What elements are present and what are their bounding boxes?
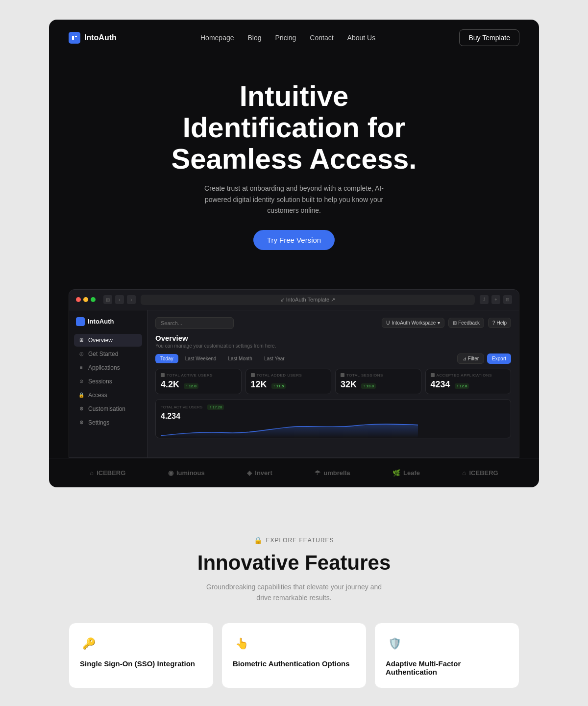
stat-value-applications: 4234 ↑ 12.8 — [431, 379, 506, 390]
action-share: ⤴ — [480, 295, 489, 304]
chart-value: 4.234 — [161, 412, 506, 421]
nav-logo: IntoAuth — [69, 32, 117, 44]
filter-last-weekend[interactable]: Last Weekend — [180, 354, 221, 363]
buy-template-button[interactable]: Buy Template — [459, 29, 519, 46]
action-add: + — [491, 295, 500, 304]
features-subtitle: Groundbreaking capabilities that elevate… — [206, 581, 382, 604]
app-header-bar: U IntoAuth Workspace ▾ ⊞ Feedback ? Help — [155, 317, 511, 329]
svg-rect-0 — [69, 32, 80, 44]
sessions-icon: ⊙ — [78, 378, 85, 385]
chart-badge: ↑ 17.28 — [207, 404, 224, 410]
filter-today[interactable]: Today — [155, 354, 178, 363]
brand-label-iceberg-1: ICEBERG — [97, 469, 125, 477]
brand-invert: ◈ Invert — [247, 469, 272, 477]
brands-bar: ⌂ ICEBERG ◉ luminous ◈ Invert ☂ umbrella… — [49, 458, 539, 487]
sidebar-label-applications: Applications — [88, 364, 120, 371]
customisation-icon: ⚙ — [78, 405, 85, 412]
logo-text: IntoAuth — [84, 33, 117, 42]
stat-card-applications: ACCEPTED APPLICATIONS 4234 ↑ 12.8 — [425, 369, 512, 394]
feedback-icon: ⊞ — [453, 320, 457, 326]
page-wrapper: IntoAuth Homepage Blog Pricing Contact A… — [49, 20, 539, 706]
hero-content: Intuitive Identification for Seamless Ac… — [49, 56, 539, 289]
hero-section: IntoAuth Homepage Blog Pricing Contact A… — [49, 20, 539, 487]
overview-subtitle: You can manage your customization settin… — [155, 343, 511, 349]
stat-icon-sessions — [341, 373, 344, 377]
sidebar-item-access[interactable]: 🔒 Access — [74, 389, 142, 402]
app-header-actions: U IntoAuth Workspace ▾ ⊞ Feedback ? Help — [382, 318, 511, 328]
brand-icon-iceberg-2: ⌂ — [463, 469, 466, 477]
brand-iceberg-2: ⌂ ICEBERG — [463, 469, 498, 477]
biometric-title: Biometric Authentication Options — [233, 659, 355, 668]
nav-link-blog[interactable]: Blog — [248, 34, 262, 42]
navbar: IntoAuth Homepage Blog Pricing Contact A… — [49, 20, 539, 56]
brand-label-iceberg-2: ICEBERG — [469, 469, 498, 477]
filter-last-month[interactable]: Last Month — [223, 354, 257, 363]
sidebar-label-get-started: Get Started — [88, 351, 118, 357]
sidebar-item-get-started[interactable]: ◎ Get Started — [74, 348, 142, 360]
sidebar-label-sessions: Sessions — [88, 378, 112, 385]
help-button[interactable]: ? Help — [488, 318, 511, 328]
try-free-button[interactable]: Try Free Version — [253, 230, 335, 250]
dot-yellow — [83, 297, 88, 302]
ctrl-grid: ⊞ — [103, 295, 112, 304]
feedback-label: Feedback — [458, 320, 480, 326]
app-search-input[interactable] — [155, 317, 234, 329]
sidebar-item-sessions[interactable]: ⊙ Sessions — [74, 375, 142, 388]
filter-actions: ⊿ Filter Export — [457, 353, 511, 364]
stat-badge-added-users: ↑ 11.5 — [271, 383, 286, 389]
stat-value-active-users: 4.2K ↑ 12.8 — [161, 379, 236, 390]
stat-label-added-users: TOTAL ADDED USERS — [251, 373, 326, 378]
workspace-button[interactable]: U IntoAuth Workspace ▾ — [382, 318, 444, 328]
feature-card-biometric: 👆 Biometric Authentication Options — [221, 623, 367, 688]
sidebar-item-settings[interactable]: ⚙ Settings — [74, 416, 142, 429]
getstarted-icon: ◎ — [78, 351, 85, 357]
filter-last-year[interactable]: Last Year — [259, 354, 290, 363]
sso-title: Single Sign-On (SSO) Integration — [80, 659, 202, 668]
feedback-button[interactable]: ⊞ Feedback — [448, 318, 484, 328]
chart-header: TOTAL ACTIVE USERS ↑ 17.28 — [161, 404, 506, 410]
brand-leafe: 🌿 Leafe — [392, 469, 420, 477]
sidebar-item-overview[interactable]: ⊞ Overview — [74, 334, 142, 347]
brand-icon-luminous: ◉ — [168, 469, 173, 477]
nav-link-pricing[interactable]: Pricing — [275, 34, 296, 42]
brand-label-umbrella: umbrella — [323, 469, 350, 477]
export-button[interactable]: Export — [487, 353, 511, 364]
hero-subtitle: Create trust at onboarding and beyond wi… — [196, 183, 392, 216]
stats-grid: TOTAL ACTIVE USERS 4.2K ↑ 12.8 TOTAL ADD… — [155, 369, 511, 394]
app-titlebar: ⊞ ‹ › ↙ IntoAuth Template ↗ ⤴ + ⊟ — [69, 290, 519, 310]
sidebar-label-settings: Settings — [88, 419, 109, 426]
chart-card: TOTAL ACTIVE USERS ↑ 17.28 4.234 — [155, 399, 511, 438]
dot-red — [76, 297, 81, 302]
nav-link-about[interactable]: About Us — [347, 34, 376, 42]
stat-value-sessions: 32K ↑ 13.8 — [341, 379, 416, 390]
brand-luminous: ◉ luminous — [168, 469, 205, 477]
stat-icon-users — [161, 373, 165, 377]
eyebrow-icon: 🔒 — [254, 536, 263, 544]
chart-label: TOTAL ACTIVE USERS — [161, 405, 202, 409]
dot-green — [91, 297, 96, 302]
chart-svg — [161, 421, 418, 438]
stat-icon-added — [251, 373, 255, 377]
logo-icon — [69, 32, 80, 44]
nav-link-homepage[interactable]: Homepage — [200, 34, 234, 42]
sidebar-item-customisation[interactable]: ⚙ Customisation — [74, 403, 142, 415]
sidebar-item-applications[interactable]: ≡ Applications — [74, 361, 142, 374]
nav-link-contact[interactable]: Contact — [310, 34, 333, 42]
filter-button[interactable]: ⊿ Filter — [457, 353, 484, 364]
brand-label-luminous: luminous — [176, 469, 205, 477]
brand-label-invert: Invert — [255, 469, 272, 477]
stat-icon-applications — [431, 373, 435, 377]
sidebar-logo-icon — [76, 317, 85, 326]
feature-card-mfa: 🛡️ Adaptive Multi-Factor Authentication — [374, 623, 519, 688]
overview-icon: ⊞ — [78, 337, 85, 344]
titlebar-dots — [76, 297, 96, 302]
settings-icon: ⚙ — [78, 419, 85, 426]
mfa-title: Adaptive Multi-Factor Authentication — [386, 659, 508, 676]
eyebrow-text: EXPLORE FEATURES — [266, 537, 334, 544]
stat-badge-sessions: ↑ 13.8 — [361, 383, 376, 389]
filter-row: Today Last Weekend Last Month Last Year … — [155, 353, 511, 364]
features-section: 🔒 EXPLORE FEATURES Innovative Features G… — [49, 507, 539, 706]
help-label: Help — [496, 320, 507, 326]
app-main: U IntoAuth Workspace ▾ ⊞ Feedback ? Help — [147, 310, 519, 457]
brand-label-leafe: Leafe — [403, 469, 420, 477]
